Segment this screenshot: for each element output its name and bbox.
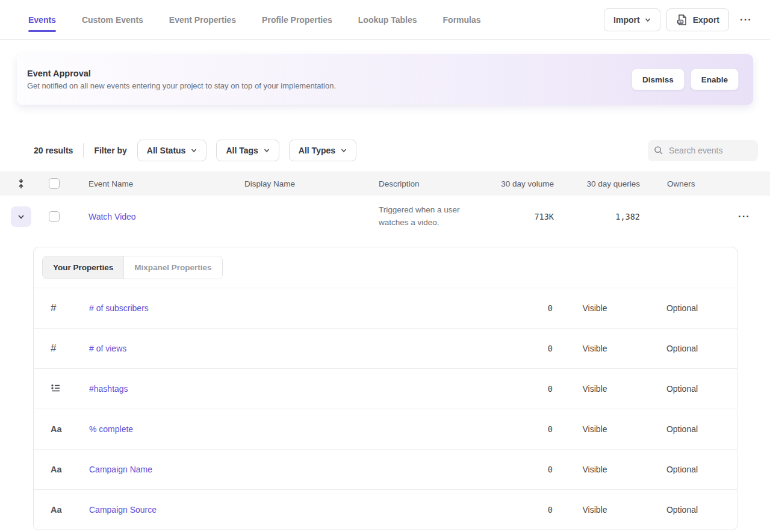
property-name-link[interactable]: # of views [89,344,126,353]
collapse-all-button[interactable] [16,178,26,189]
property-row: # Aa #hashtags 0 Visible Optional [34,368,737,409]
number-type-icon: # Aa [51,302,89,314]
property-name-link[interactable]: % complete [89,424,133,434]
property-name-link[interactable]: Campaign Name [89,465,152,474]
number-type-icon: # Aa [51,342,89,354]
ellipsis-icon: ··· [738,211,750,222]
property-volume: 0 [480,303,553,313]
event-row-watch-video: Watch Video Triggered when a user watche… [0,196,770,238]
column-header-event-name: Event Name [88,179,244,188]
property-volume: 0 [480,465,553,474]
list-type-icon: # Aa [51,383,89,395]
property-volume: 0 [480,424,553,434]
property-visibility: Visible [553,344,637,353]
column-header-owners: Owners [640,179,712,188]
tab-lookup-tables[interactable]: Lookup Tables [358,0,417,39]
property-requirement: Optional [637,303,727,313]
ellipsis-icon: ··· [740,14,752,25]
event-properties-panel: Your Properties Mixpanel Properties # Aa… [33,247,737,530]
tab-profile-properties[interactable]: Profile Properties [262,0,332,39]
export-button-label: Export [693,15,719,25]
collapse-all-icon [16,178,26,189]
results-count: 20 results [34,146,73,155]
banner-title: Event Approval [27,69,336,78]
csv-file-icon: csv [676,14,688,26]
enable-button[interactable]: Enable [691,69,739,90]
event-approval-banner: Event Approval Get notified on all new e… [17,54,753,105]
events-table-header: Event Name Display Name Description 30 d… [0,172,770,196]
topbar-actions: Import csv Export ··· [604,8,757,31]
banner-text: Event Approval Get notified on all new e… [27,69,336,90]
chevron-down-icon [264,147,270,153]
property-visibility: Visible [553,303,637,313]
event-volume: 713K [494,212,554,221]
property-requirement: Optional [637,505,727,515]
text-type-icon: # Aa [51,505,89,515]
search-input[interactable] [669,146,752,155]
column-header-volume: 30 day volume [494,179,554,188]
import-button-label: Import [613,15,640,25]
chevron-down-icon [341,147,347,153]
tags-filter-dropdown[interactable]: All Tags [216,140,279,161]
row-more-options-button[interactable]: ··· [733,207,755,226]
event-queries: 1,382 [554,212,640,221]
column-header-display-name: Display Name [244,179,379,188]
import-button[interactable]: Import [604,8,660,31]
select-all-checkbox[interactable] [49,178,60,189]
status-filter-label: All Status [147,146,186,155]
property-visibility: Visible [553,465,637,474]
dismiss-button[interactable]: Dismiss [632,69,685,90]
property-row: # Aa % complete 0 Visible Optional [34,409,737,449]
top-navigation-bar: Events Custom Events Event Properties Pr… [0,0,770,40]
types-filter-dropdown[interactable]: All Types [289,140,356,161]
column-header-description: Description [379,179,494,188]
column-header-queries: 30 day queries [554,179,640,188]
tab-formulas[interactable]: Formulas [443,0,481,39]
search-events-box [648,140,758,161]
svg-text:csv: csv [678,20,683,23]
chevron-down-icon [17,213,25,220]
property-volume: 0 [480,505,553,515]
status-filter-dropdown[interactable]: All Status [137,140,207,161]
tab-custom-events[interactable]: Custom Events [82,0,143,39]
text-type-icon: # Aa [51,424,89,434]
event-name-link[interactable]: Watch Video [88,212,136,221]
property-row: # Aa # of views 0 Visible Optional [34,328,737,368]
properties-segmented-control: Your Properties Mixpanel Properties [42,256,223,279]
export-button[interactable]: csv Export [666,8,729,31]
search-icon [654,146,663,155]
property-volume: 0 [480,344,553,353]
property-name-link[interactable]: #hashtags [89,384,128,394]
property-visibility: Visible [553,505,637,515]
properties-tab-bar: Your Properties Mixpanel Properties [34,247,737,288]
filter-by-label: Filter by [94,146,126,155]
more-options-button[interactable]: ··· [735,10,757,29]
property-requirement: Optional [637,344,727,353]
tab-mixpanel-properties[interactable]: Mixpanel Properties [123,256,222,279]
tab-events[interactable]: Events [28,0,56,39]
banner-actions: Dismiss Enable [632,69,739,90]
property-requirement: Optional [637,384,727,394]
property-visibility: Visible [553,424,637,434]
tags-filter-label: All Tags [226,146,258,155]
text-type-icon: # Aa [51,465,89,474]
property-row: # Aa Campaign Name 0 Visible Optional [34,449,737,489]
tab-your-properties[interactable]: Your Properties [43,256,123,279]
lexicon-tabs: Events Custom Events Event Properties Pr… [28,0,481,39]
divider [83,143,84,158]
property-visibility: Visible [553,384,637,394]
property-row: # Aa # of subscribers 0 Visible Optional [34,288,737,328]
property-name-link[interactable]: Campaign Source [89,505,157,515]
filter-toolbar: 20 results Filter by All Status All Tags… [0,140,770,161]
property-name-link[interactable]: # of subscribers [89,303,149,313]
property-row: # Aa Campaign Source 0 Visible Optional [34,489,737,530]
row-checkbox[interactable] [49,211,60,222]
chevron-down-icon [645,17,651,23]
tab-event-properties[interactable]: Event Properties [169,0,236,39]
event-description: Triggered when a user watches a video. [379,197,494,237]
property-requirement: Optional [637,424,727,434]
types-filter-label: All Types [299,146,335,155]
properties-list: # Aa # of subscribers 0 Visible Optional… [34,288,737,530]
property-requirement: Optional [637,465,727,474]
row-expander-button[interactable] [11,206,31,227]
